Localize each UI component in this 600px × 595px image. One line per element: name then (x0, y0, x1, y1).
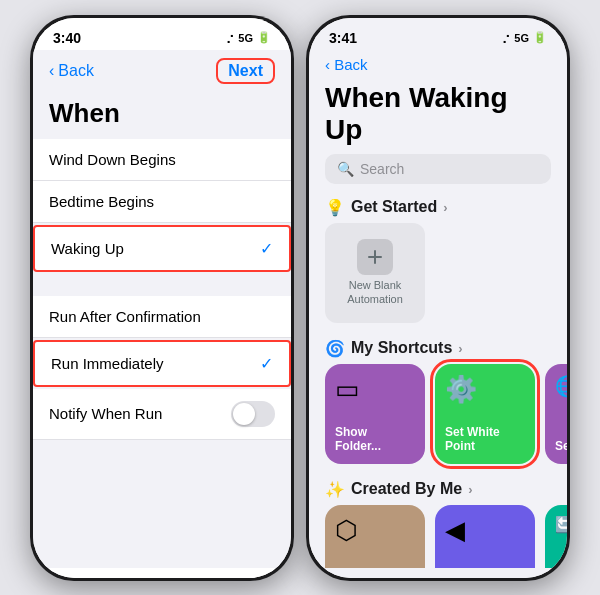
status-bar-left: 3:40 ⡐ 5G 🔋 (33, 18, 291, 50)
list-item-run-after[interactable]: Run After Confirmation (33, 296, 291, 338)
battery-icon-right: 🔋 (533, 31, 547, 44)
signal-icon: ⡐ (226, 31, 234, 44)
list-item-run-immediately[interactable]: Run Immediately ✓ (33, 340, 291, 387)
show-folder-label: Show Folder... (335, 425, 415, 454)
5g-badge-right: 5G (514, 32, 529, 44)
chevron-left-icon-right: ‹ (325, 56, 330, 73)
time-left: 3:40 (53, 30, 81, 46)
waking-up-checkmark: ✓ (260, 239, 273, 258)
back-button-left[interactable]: ‹ Back (49, 62, 94, 80)
set-white-point-label: Set White Point (445, 425, 525, 454)
page-title-right: When Waking Up (309, 78, 567, 154)
next-button[interactable]: Next (216, 58, 275, 84)
signal-icon-right: ⡐ (502, 31, 510, 44)
get-started-grid: New Blank Automation (309, 223, 567, 335)
speak-body-label: Speak Body of Article (445, 566, 525, 568)
section-my-shortcuts[interactable]: 🌀 My Shortcuts › (309, 335, 567, 364)
new-blank-icon (357, 239, 393, 275)
status-icons-right: ⡐ 5G 🔋 (502, 31, 547, 44)
when-options-group: Wind Down Begins Bedtime Begins Waking U… (33, 139, 291, 272)
my-shortcuts-label: My Shortcuts (351, 339, 452, 357)
section-created-by-me[interactable]: ✨ Created By Me › (309, 476, 567, 505)
time-right: 3:41 (329, 30, 357, 46)
right-phone: 3:41 ⡐ 5G 🔋 ‹ Back When Waking Up 🔍 Sear… (306, 15, 570, 581)
get-started-chevron: › (443, 200, 447, 215)
my-shortcuts-grid: ▭ Show Folder... ⚙️ Set White Point 🌐 Se… (309, 364, 567, 476)
home-indicator-left (33, 568, 291, 578)
section-title-left: When (33, 90, 291, 139)
partial-card-2[interactable]: 🔄 Tu... (545, 505, 567, 568)
battery-icon: 🔋 (257, 31, 271, 44)
created-by-me-grid: ⬡ Open File ◀ Speak Body of Article 🔄 Tu… (309, 505, 567, 568)
my-shortcuts-chevron: › (458, 341, 462, 356)
created-by-me-label: Created By Me (351, 480, 462, 498)
search-placeholder: Search (360, 161, 404, 177)
nav-bar-right: ‹ Back (309, 50, 567, 78)
open-file-icon: ⬡ (335, 515, 415, 546)
home-indicator-right (309, 568, 567, 578)
my-shortcuts-icon: 🌀 (325, 339, 345, 358)
created-by-me-icon: ✨ (325, 480, 345, 499)
open-file-card[interactable]: ⬡ Open File (325, 505, 425, 568)
list-item-notify[interactable]: Notify When Run (33, 389, 291, 440)
show-folder-card[interactable]: ▭ Show Folder... (325, 364, 425, 464)
new-blank-card[interactable]: New Blank Automation (325, 223, 425, 323)
search-icon: 🔍 (337, 161, 354, 177)
nav-bar-left: ‹ Back Next (33, 50, 291, 90)
svg-rect-1 (368, 256, 382, 258)
get-started-icon: 💡 (325, 198, 345, 217)
status-bar-right: 3:41 ⡐ 5G 🔋 (309, 18, 567, 50)
created-by-me-chevron: › (468, 482, 472, 497)
5g-badge: 5G (238, 32, 253, 44)
set-white-point-icon: ⚙️ (445, 374, 525, 405)
set-white-point-card[interactable]: ⚙️ Set White Point (435, 364, 535, 464)
speak-body-icon: ◀ (445, 515, 525, 546)
left-phone: 3:40 ⡐ 5G 🔋 ‹ Back Next When Wind D (30, 15, 294, 581)
get-started-label: Get Started (351, 198, 437, 216)
show-folder-icon: ▭ (335, 374, 415, 405)
list-item-bedtime[interactable]: Bedtime Begins (33, 181, 291, 223)
new-blank-label: New Blank Automation (325, 279, 425, 305)
list-item-waking-up[interactable]: Waking Up ✓ (33, 225, 291, 272)
section-get-started[interactable]: 💡 Get Started › (309, 194, 567, 223)
partial-card-1[interactable]: 🌐 Se... (545, 364, 567, 464)
list-item-wind-down[interactable]: Wind Down Begins (33, 139, 291, 181)
speak-body-card[interactable]: ◀ Speak Body of Article (435, 505, 535, 568)
run-immediately-checkmark: ✓ (260, 354, 273, 373)
back-button-right[interactable]: ‹ Back (325, 56, 368, 73)
run-options-group: Run After Confirmation Run Immediately ✓… (33, 296, 291, 440)
search-bar[interactable]: 🔍 Search (325, 154, 551, 184)
status-icons-left: ⡐ 5G 🔋 (226, 31, 271, 44)
notify-toggle[interactable] (231, 401, 275, 427)
chevron-left-icon: ‹ (49, 62, 54, 80)
